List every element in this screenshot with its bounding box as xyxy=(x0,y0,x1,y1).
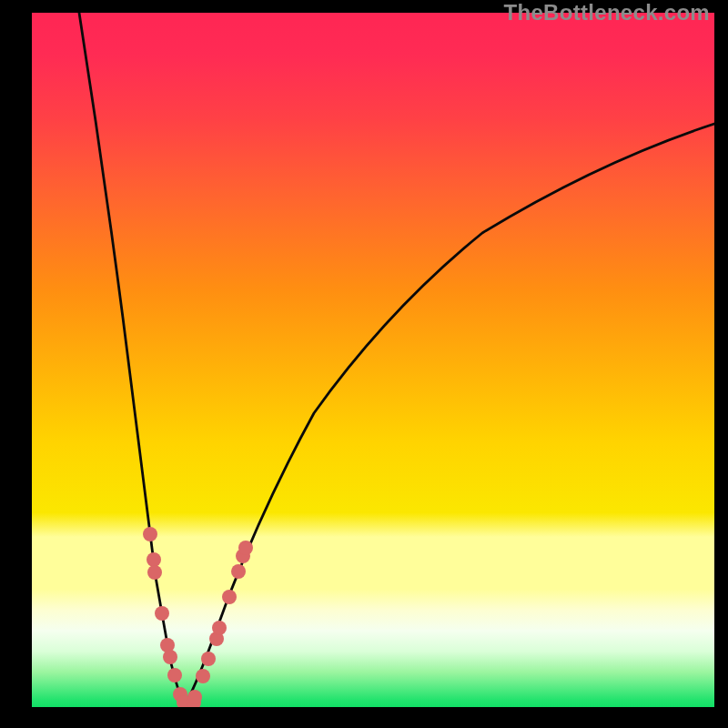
highlight-dot xyxy=(147,565,162,580)
plot-area xyxy=(32,13,714,707)
curve-layer xyxy=(32,13,714,707)
highlight-dot xyxy=(143,527,157,541)
right-branch xyxy=(185,124,714,705)
watermark-text: TheBottleneck.com xyxy=(504,0,710,25)
highlight-dot xyxy=(238,541,253,555)
highlight-dot xyxy=(147,552,161,567)
highlight-dot xyxy=(155,606,169,621)
highlight-dot xyxy=(212,621,227,635)
highlight-dot xyxy=(167,668,182,682)
highlight-dot xyxy=(201,652,216,666)
chart-frame: TheBottleneck.com xyxy=(0,0,728,728)
highlight-dot xyxy=(196,669,210,683)
highlight-dot xyxy=(231,564,246,579)
highlight-dot xyxy=(222,590,237,604)
highlight-dot xyxy=(187,690,202,704)
highlight-dot xyxy=(163,650,177,664)
left-branch xyxy=(79,13,185,705)
